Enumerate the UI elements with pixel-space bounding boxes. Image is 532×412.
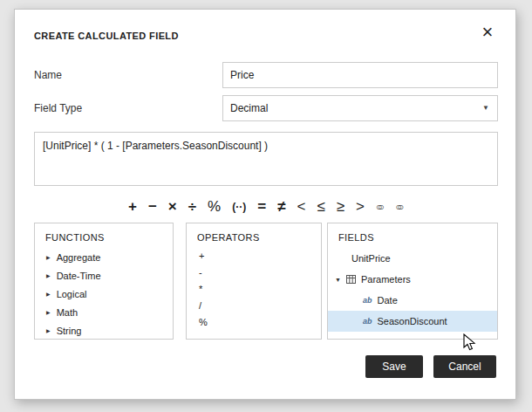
field-type-label: Field Type [34,95,82,121]
linked-circles-operator-icon[interactable]: ○○ [396,196,405,218]
dialog-title: CREATE CALCULATED FIELD [34,31,179,41]
chevron-down-icon: ▼ [482,96,489,120]
field-label: SeasonDiscount [378,316,447,326]
collapsed-triangle-icon: ▶ [46,255,51,260]
operator-list-item[interactable]: - [187,264,321,281]
fields-panel: FIELDS UnitPrice ▼ Parameters ab Date ab… [327,223,498,340]
collapsed-triangle-icon: ▶ [46,273,51,278]
divide-operator-icon[interactable]: ÷ [188,196,196,218]
minus-operator-icon[interactable]: − [148,196,157,218]
function-group-label: Date-Time [57,271,101,281]
field-label: Parameters [361,274,411,285]
collapsed-triangle-icon: ▶ [46,310,51,315]
function-group-label: String [57,326,82,336]
string-type-icon: ab [363,297,372,305]
greater-than-operator-icon[interactable]: > [356,196,365,218]
dialog-footer: Save Cancel [365,355,496,378]
field-type-value: Decimal [230,102,268,114]
field-type-dropdown[interactable]: Decimal ▼ [222,95,498,121]
operator-toolbar: + − × ÷ % (··) = ≠ < ≤ ≥ > ○○ ○○ [15,195,517,219]
function-group-label: Aggregate [57,252,101,263]
name-label: Name [34,62,62,88]
field-item-unitprice[interactable]: UnitPrice [328,248,497,269]
equals-operator-icon[interactable]: = [257,196,266,218]
collapsed-triangle-icon: ▶ [46,328,51,333]
function-group-aggregate[interactable]: ▶ Aggregate [35,248,173,266]
parentheses-operator-icon[interactable]: (··) [232,196,246,218]
functions-panel: FUNCTIONS ▶ Aggregate ▶ Date-Time ▶ Logi… [34,223,174,340]
name-input[interactable] [222,62,498,88]
table-icon [346,275,356,284]
page-background: { "dialog": { "title": "CREATE CALCULATE… [0,0,532,412]
field-item-date[interactable]: ab Date [328,290,497,311]
expression-editor[interactable]: [UnitPrice] * ( 1 - [Parameters.SeasonDi… [34,132,498,186]
fields-panel-header: FIELDS [328,223,497,248]
function-group-math[interactable]: ▶ Math [35,303,173,321]
functions-panel-header: FUNCTIONS [35,223,173,248]
function-group-string[interactable]: ▶ String [35,321,173,340]
function-group-date-time[interactable]: ▶ Date-Time [35,266,173,285]
create-calculated-field-dialog: CREATE CALCULATED FIELD × Name Field Typ… [14,9,516,400]
field-group-parameters[interactable]: ▼ Parameters [328,269,497,290]
expanded-triangle-icon[interactable]: ▼ [335,277,341,283]
percent-operator-icon[interactable]: % [208,196,221,218]
function-group-logical[interactable]: ▶ Logical [35,285,173,303]
operators-panel-header: OPERATORS [187,223,321,248]
field-label: UnitPrice [351,253,391,264]
field-item-seasondiscount[interactable]: ab SeasonDiscount [328,311,497,332]
operators-panel: OPERATORS + - * / % [186,223,322,340]
operator-list-item[interactable]: % [187,314,321,331]
close-icon[interactable]: × [475,20,500,45]
plus-operator-icon[interactable]: + [128,196,137,218]
not-equals-operator-icon[interactable]: ≠ [277,196,285,218]
greater-or-equal-operator-icon[interactable]: ≥ [337,196,344,218]
operator-list-item[interactable]: + [187,248,321,264]
cancel-button[interactable]: Cancel [433,355,496,378]
overlap-circles-operator-icon[interactable]: ○○ [376,196,385,218]
less-or-equal-operator-icon[interactable]: ≤ [317,196,324,218]
collapsed-triangle-icon: ▶ [46,292,51,297]
function-group-label: Logical [57,289,87,299]
less-than-operator-icon[interactable]: < [297,196,305,218]
field-label: Date [378,295,398,306]
function-group-label: Math [57,307,78,318]
string-type-icon: ab [363,318,372,326]
save-button[interactable]: Save [365,355,423,378]
operator-list-item[interactable]: * [187,281,321,298]
multiply-operator-icon[interactable]: × [168,196,177,218]
operator-list-item[interactable]: / [187,298,321,314]
